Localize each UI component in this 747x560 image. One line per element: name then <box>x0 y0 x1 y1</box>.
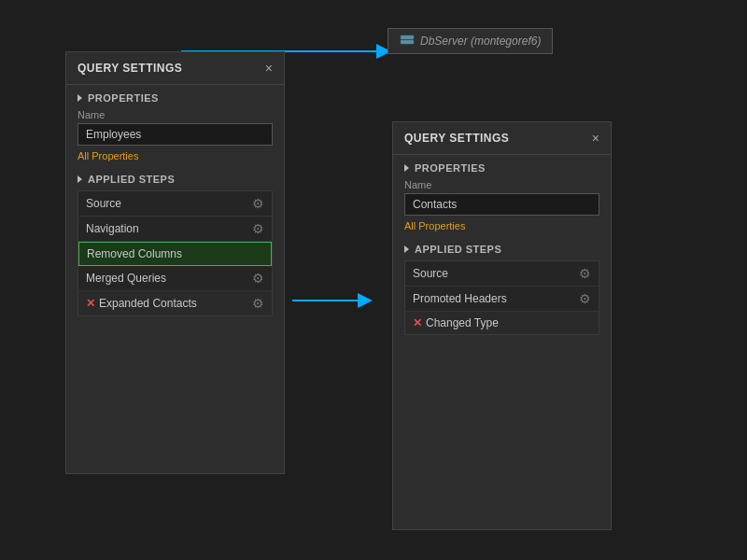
step-item[interactable]: Source⚙ <box>78 191 272 217</box>
step-name: Merged Queries <box>86 272 166 285</box>
step-name: Navigation <box>86 222 139 235</box>
step-label: Changed Type <box>426 316 499 329</box>
step-label: Expanded Contacts <box>99 297 197 310</box>
panel2-title: QUERY SETTINGS <box>404 132 509 145</box>
step-name: Promoted Headers <box>413 292 507 305</box>
triangle-icon-2 <box>78 175 82 183</box>
triangle-icon-1 <box>78 94 82 102</box>
step-item[interactable]: Navigation⚙ <box>78 217 272 242</box>
step-label: Source <box>413 267 448 280</box>
step-item[interactable]: Promoted Headers⚙ <box>405 287 599 312</box>
panel1-applied-steps-section: APPLIED STEPS Source⚙Navigation⚙Removed … <box>66 166 284 324</box>
svg-rect-1 <box>401 35 414 39</box>
gear-icon[interactable]: ⚙ <box>252 296 264 311</box>
step-item[interactable]: Removed Columns <box>78 242 272 266</box>
panel1-all-properties-link[interactable]: All Properties <box>78 150 138 161</box>
step-name: ✕Changed Type <box>413 316 499 329</box>
panel1-steps-list: Source⚙Navigation⚙Removed ColumnsMerged … <box>78 190 273 316</box>
step-item[interactable]: Source⚙ <box>405 261 599 287</box>
panel2-header: QUERY SETTINGS × <box>393 122 611 155</box>
panel2-name-label: Name <box>404 179 599 190</box>
step-item[interactable]: ✕Changed Type <box>405 312 599 334</box>
step-name: Removed Columns <box>87 247 182 260</box>
panel2-all-properties-link[interactable]: All Properties <box>404 220 465 231</box>
panel2-properties-section: PROPERTIES Name All Properties <box>393 155 611 236</box>
panel2-close-button[interactable]: × <box>592 132 599 145</box>
step-label: Merged Queries <box>86 272 166 285</box>
step-label: Navigation <box>86 222 139 235</box>
panel1-close-button[interactable]: × <box>265 62 273 75</box>
step-name: ✕Expanded Contacts <box>86 297 197 310</box>
db-icon <box>400 34 415 49</box>
step-item[interactable]: ✕Expanded Contacts⚙ <box>78 291 272 315</box>
panel1-title: QUERY SETTINGS <box>78 62 182 75</box>
gear-icon[interactable]: ⚙ <box>579 291 591 306</box>
panel1-steps-header: APPLIED STEPS <box>78 174 273 185</box>
panel1-name-label: Name <box>78 109 273 120</box>
panel1-properties-section: PROPERTIES Name All Properties <box>66 85 284 166</box>
panel2-applied-steps-section: APPLIED STEPS Source⚙Promoted Headers⚙✕C… <box>393 236 611 343</box>
gear-icon[interactable]: ⚙ <box>252 196 264 211</box>
step-x-icon: ✕ <box>86 297 95 310</box>
query-settings-panel-1: QUERY SETTINGS × PROPERTIES Name All Pro… <box>65 51 285 474</box>
db-server-label: DbServer (montegoref6) <box>420 35 541 48</box>
db-server-tag: DbServer (montegoref6) <box>388 28 553 54</box>
step-name: Source <box>86 197 121 210</box>
step-x-icon: ✕ <box>413 316 422 329</box>
step-label: Removed Columns <box>87 247 182 260</box>
panel2-steps-list: Source⚙Promoted Headers⚙✕Changed Type <box>404 260 599 335</box>
step-label: Source <box>86 197 121 210</box>
step-name: Source <box>413 267 448 280</box>
gear-icon[interactable]: ⚙ <box>252 271 264 286</box>
panel2-properties-header: PROPERTIES <box>404 162 599 174</box>
panel2-name-input[interactable] <box>404 193 599 216</box>
gear-icon[interactable]: ⚙ <box>579 266 591 281</box>
panel2-steps-header: APPLIED STEPS <box>404 244 599 255</box>
svg-rect-2 <box>401 40 414 44</box>
step-label: Promoted Headers <box>413 292 507 305</box>
triangle-icon-4 <box>404 245 409 253</box>
panel1-header: QUERY SETTINGS × <box>66 52 284 85</box>
panel1-properties-header: PROPERTIES <box>78 92 273 104</box>
gear-icon[interactable]: ⚙ <box>252 221 264 236</box>
triangle-icon-3 <box>404 164 409 172</box>
step-item[interactable]: Merged Queries⚙ <box>78 266 272 291</box>
query-settings-panel-2: QUERY SETTINGS × PROPERTIES Name All Pro… <box>392 121 612 530</box>
panel1-name-input[interactable] <box>78 123 273 146</box>
